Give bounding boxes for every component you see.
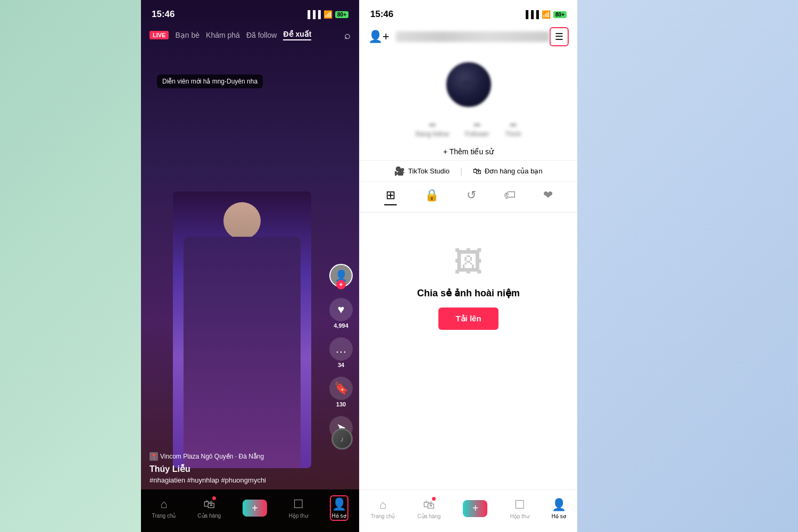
live-badge[interactable]: LIVE	[149, 31, 169, 39]
like-icon: ♥	[329, 298, 353, 321]
add-friend-icon[interactable]: 👤+	[368, 30, 389, 44]
nav-shop-btn[interactable]: 🛍 Cửa hàng	[197, 497, 221, 519]
home-icon: ⌂	[160, 497, 167, 511]
profile-username	[396, 31, 550, 42]
divider: |	[460, 167, 462, 176]
location-icon: 📍	[149, 452, 158, 461]
orders-icon: 🛍	[473, 167, 481, 176]
studio-label: TikTok Studio	[408, 167, 450, 175]
shop-icon: 🛍	[203, 497, 215, 511]
battery-right: 80+	[553, 11, 567, 18]
stat-following: -- Đang follow	[415, 119, 449, 138]
tab-tagged[interactable]: 🏷	[504, 188, 516, 205]
followers-count: --	[474, 119, 480, 130]
tab-active-indicator	[384, 204, 397, 205]
following-label: Đang follow	[415, 130, 449, 138]
menu-button[interactable]: ☰	[550, 27, 569, 46]
location-text: Vincom Plaza Ngô Quyền · Đà Nẵng	[160, 453, 264, 460]
bookmark-icon: 🔖	[329, 377, 353, 400]
orders-btn[interactable]: 🛍 Đơn hàng của bạn	[473, 167, 543, 176]
right-background	[577, 0, 798, 532]
tab-grid[interactable]: ⊞	[384, 188, 397, 205]
p-home-icon: ⌂	[379, 498, 386, 512]
video-author[interactable]: Thúy Liễu	[149, 464, 322, 474]
left-background	[0, 0, 141, 532]
p-nav-shop[interactable]: 🛍 Cửa hàng	[417, 498, 440, 519]
comment-icon: …	[329, 337, 353, 361]
status-bar-right: 15:46 ▐▐▐ 📶 80+	[360, 0, 577, 23]
p-add-icon: +	[463, 500, 487, 517]
location-tag: 📍 Vincom Plaza Ngô Quyền · Đà Nẵng	[149, 452, 322, 461]
profile-avatar-section: ♥	[360, 50, 577, 114]
following-count: --	[429, 119, 436, 130]
home-label: Trang chủ	[152, 513, 176, 519]
profile-content: ♥ -- Đang follow -- Follower -- Thích	[360, 50, 577, 489]
empty-title: Chia sẻ ảnh hoài niệm	[417, 287, 520, 299]
nav-inbox-btn[interactable]: ☐ Hộp thư	[289, 497, 308, 519]
bookmark-btn[interactable]: 🔖 130	[329, 377, 353, 408]
nav-da-follow[interactable]: Đã follow	[246, 31, 277, 39]
bottom-nav-left: ⌂ Trang chủ 🛍 Cửa hàng + ☐ Hộp thư 👤 Hồ …	[141, 489, 359, 532]
inbox-icon: ☐	[293, 497, 304, 511]
comment-count: 34	[338, 362, 344, 368]
studio-icon: 🎥	[394, 166, 405, 176]
add-icon: +	[243, 500, 267, 517]
nav-ban-be[interactable]: Bạn bè	[175, 31, 200, 39]
creator-avatar-btn[interactable]: 👤 +	[329, 264, 353, 287]
inbox-label: Hộp thư	[289, 513, 308, 519]
tab-repost[interactable]: ↺	[467, 188, 476, 205]
tagged-icon: 🏷	[504, 188, 516, 202]
time-left: 15:46	[152, 9, 174, 20]
nav-de-xuat[interactable]: Đề xuất	[283, 30, 311, 40]
signal-icon: ▐▐▐	[305, 10, 321, 19]
status-icons-left: ▐▐▐ 📶 80+	[305, 10, 348, 19]
p-nav-home[interactable]: ⌂ Trang chủ	[371, 498, 395, 519]
profile-label: Hồ sơ	[332, 513, 346, 519]
video-caption: Diễn viên mới hả mng-Duyên nha	[157, 74, 263, 88]
profile-icon: 👤	[332, 497, 346, 511]
liked-icon: ❤	[543, 188, 553, 202]
profile-avatar: ♥	[445, 61, 493, 109]
p-inbox-icon: ☐	[514, 498, 525, 512]
music-disc[interactable]: ♪	[331, 428, 353, 450]
signal-icon-right: ▐▐▐	[523, 10, 539, 19]
empty-state: 🖼 Chia sẻ ảnh hoài niệm Tải lên	[360, 213, 577, 351]
avatar-image: ♥	[462, 73, 475, 97]
studio-row: 🎥 TikTok Studio | 🛍 Đơn hàng của bạn	[360, 160, 577, 182]
time-right: 15:46	[370, 9, 393, 20]
tiktok-studio-btn[interactable]: 🎥 TikTok Studio	[394, 166, 450, 176]
likes-count: --	[510, 119, 517, 130]
p-nav-profile[interactable]: 👤 Hồ sơ	[552, 498, 566, 519]
phone-right: 15:46 ▐▐▐ 📶 80+ 👤+ ☰ ♥ --	[359, 0, 577, 532]
like-btn[interactable]: ♥ 4,994	[329, 298, 353, 329]
nav-profile-btn[interactable]: 👤 Hồ sơ	[330, 495, 348, 521]
nav-add-btn[interactable]: +	[243, 500, 267, 517]
p-profile-label: Hồ sơ	[552, 513, 566, 519]
add-bio-btn[interactable]: + Thêm tiểu sử	[360, 143, 577, 160]
orders-label: Đơn hàng của bạn	[485, 167, 543, 175]
bottom-nav-right: ⌂ Trang chủ 🛍 Cửa hàng + ☐ Hộp thư 👤 Hồ …	[360, 489, 577, 532]
shop-red-dot	[212, 496, 216, 500]
stats-row: -- Đang follow -- Follower -- Thích	[360, 114, 577, 143]
tab-liked[interactable]: ❤	[543, 188, 553, 205]
nav-kham-pha[interactable]: Khám phá	[206, 31, 240, 39]
profile-top-bar: 👤+ ☰	[360, 23, 577, 50]
battery-badge-left: 80+	[335, 11, 348, 18]
status-bar-left: 15:46 ▐▐▐ 📶 80+	[141, 0, 359, 23]
p-shop-icon: 🛍	[423, 498, 435, 512]
video-tags: #nhagiatien #huynhlap #phuongmychi	[149, 476, 322, 484]
shop-label: Cửa hàng	[197, 513, 221, 519]
follow-plus-btn[interactable]: +	[336, 280, 346, 289]
upload-button[interactable]: Tải lên	[438, 307, 498, 330]
p-nav-inbox[interactable]: ☐ Hộp thư	[510, 498, 529, 519]
p-nav-add[interactable]: +	[463, 500, 487, 517]
shop-dot-right	[432, 497, 436, 501]
likes-label: Thích	[505, 130, 521, 138]
wifi-icon-right: 📶	[542, 10, 551, 19]
p-profile-icon: 👤	[552, 498, 566, 512]
search-icon[interactable]: ⌕	[344, 29, 351, 41]
comment-btn[interactable]: … 34	[329, 337, 353, 368]
nav-home-btn[interactable]: ⌂ Trang chủ	[152, 497, 176, 519]
tab-lock[interactable]: 🔒	[425, 188, 439, 205]
status-icons-right: ▐▐▐ 📶 80+	[523, 10, 567, 19]
